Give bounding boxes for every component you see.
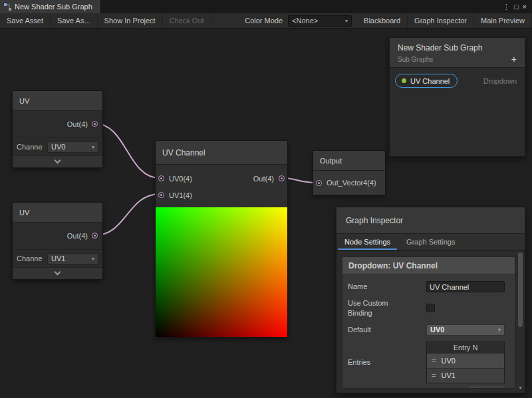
blackboard-item-uv-channel[interactable]: UV Channel [395,74,458,88]
dropdown-section-title: Dropdown: UV Channel [342,257,515,274]
uv2-out-port-icon[interactable] [92,233,98,239]
graph-inspector-title[interactable]: Graph Inspector [336,207,525,234]
graph-inspector-panel[interactable]: Graph Inspector Node Settings Graph Sett… [336,207,525,393]
default-label: Default [348,325,426,335]
output-input-label: Out_Vector4(4) [327,179,376,187]
uv2-collapse-button[interactable] [13,267,102,279]
node-title[interactable]: UV [13,91,102,111]
maximize-icon[interactable]: □ [514,0,519,13]
blackboard-title: New Shader Sub Graph [398,43,517,52]
uvchannel-out-port-icon[interactable] [279,175,285,181]
output-in-port-icon[interactable] [316,180,322,186]
add-entry-button[interactable]: + [475,385,481,389]
chevron-down-icon: ▾ [498,327,501,333]
name-field[interactable] [426,281,505,292]
uv2-channel-value: UV1 [51,254,65,262]
remove-entry-button[interactable]: − [491,385,497,389]
color-mode-dropdown[interactable]: <None> ▾ [288,15,352,27]
main-preview-toggle-button[interactable]: Main Preview [474,13,532,28]
blackboard-subtitle: Sub Graphs [398,56,433,63]
uvchannel-input1-label: UV1(4) [169,191,192,199]
default-value: UV0 [430,326,444,334]
node-title[interactable]: Output [313,151,385,171]
blackboard-item-type: Dropdown [483,77,519,85]
entries-label: Entries [348,357,426,367]
uv-channel-input-row: UV1(4) [156,187,287,203]
scroll-down-icon[interactable]: ▼ [517,385,523,390]
custom-binding-label: Use Custom Binding [348,298,426,318]
uv-node-1[interactable]: UV Out(4) Channe UV0 ▾ [12,90,103,168]
add-property-button[interactable]: + [511,55,517,63]
blackboard-toggle-button[interactable]: Blackboard [357,13,408,28]
edge-uv1-to-uvchannel[interactable] [95,124,160,178]
uvchannel-input0-label: UV0(4) [169,175,192,183]
exposed-dot-icon [402,78,406,83]
uv1-channel-dropdown[interactable]: UV0 ▾ [47,142,98,153]
default-dropdown[interactable]: UV0 ▾ [426,324,505,336]
uv1-output-label: Out(4) [67,120,88,128]
tab-node-settings[interactable]: Node Settings [336,234,398,250]
save-asset-button[interactable]: Save Asset [0,13,51,28]
shader-graph-window: New Shader Sub Graph ⋮ □ × Save Asset Sa… [0,0,532,398]
dropdown-settings-box: Dropdown: UV Channel Name Use Custom Bin… [342,256,515,389]
channel-label: Channe [17,254,45,262]
list-footer-row: + − [348,385,509,389]
edge-uv2-to-uvchannel[interactable] [95,194,160,235]
tab-title: New Shader Sub Graph [15,3,92,11]
node-title[interactable]: UV Channel [156,141,287,165]
show-in-project-button[interactable]: Show In Project [98,13,163,28]
uv-channel-io: UV0(4) UV1(4) Out(4) [156,165,287,207]
entries-row: Entries Entry N = UV0 = UV1 [348,342,509,383]
inspector-tabs: Node Settings Graph Settings [336,234,525,250]
tab-new-shader-sub-graph[interactable]: New Shader Sub Graph [0,0,101,13]
uv1-output-row: Out(4) [13,111,102,138]
uvchannel-uv1-port-icon[interactable] [158,192,164,198]
uv-channel-output-row: Out(4) [253,170,285,187]
uvchannel-output-label: Out(4) [253,175,274,183]
kebab-menu-icon[interactable]: ⋮ [503,0,510,13]
close-icon[interactable]: × [523,0,527,13]
entries-table: Entry N = UV0 = UV1 [426,342,505,383]
blackboard-item-label: UV Channel [410,77,450,85]
color-mode-value: <None> [292,17,318,25]
drag-handle-icon[interactable]: = [432,371,436,379]
uv-node-2[interactable]: UV Out(4) Channe UV1 ▾ [12,202,103,280]
inspector-content: Dropdown: UV Channel Name Use Custom Bin… [336,251,525,393]
color-mode-label: Color Mode [238,13,288,28]
graph-canvas[interactable]: UV Out(4) Channe UV0 ▾ UV Out(4) C [0,29,532,398]
inspector-scrollbar[interactable]: ▼ [517,252,523,390]
uv2-channel-dropdown[interactable]: UV1 ▾ [47,253,98,264]
blackboard-body: UV Channel Dropdown [390,68,525,94]
entries-header: Entry N [427,342,504,353]
tab-graph-settings[interactable]: Graph Settings [398,234,463,250]
uv-gradient-preview [156,207,287,337]
output-input-row: Out_Vector4(4) [313,171,385,195]
entry-value: UV0 [441,357,455,365]
collapse-chevron-icon [55,157,61,164]
blackboard-header[interactable]: New Shader Sub Graph Sub Graphs + [390,38,525,68]
uvchannel-uv0-port-icon[interactable] [158,175,164,181]
custom-binding-checkbox[interactable] [426,304,435,312]
check-out-button: Check Out [163,13,211,28]
window-controls: ⋮ □ × [503,0,532,13]
scrollbar-thumb[interactable] [518,252,523,327]
blackboard-panel[interactable]: New Shader Sub Graph Sub Graphs + UV Cha… [389,37,525,157]
uv1-channel-value: UV0 [51,143,65,151]
output-node[interactable]: Output Out_Vector4(4) [313,150,386,195]
node-title[interactable]: UV [13,203,102,223]
entry-row-uv1[interactable]: = UV1 [427,368,504,383]
uv1-out-port-icon[interactable] [92,121,98,127]
entry-value: UV1 [441,371,455,379]
shader-graph-icon [4,3,11,11]
toolbar: Save Asset Save As... Show In Project Ch… [0,13,532,29]
uv2-channel-control: Channe UV1 ▾ [13,249,102,267]
uv1-collapse-button[interactable] [13,155,102,167]
uv1-channel-control: Channe UV0 ▾ [13,138,102,155]
graph-inspector-toggle-button[interactable]: Graph Inspector [408,13,474,28]
name-row: Name [348,281,509,292]
default-row: Default UV0 ▾ [348,324,509,336]
uv-channel-node[interactable]: UV Channel UV0(4) UV1(4) Out(4) [155,140,288,338]
entry-row-uv0[interactable]: = UV0 [427,353,504,368]
drag-handle-icon[interactable]: = [432,357,436,365]
save-as-button[interactable]: Save As... [51,13,98,28]
